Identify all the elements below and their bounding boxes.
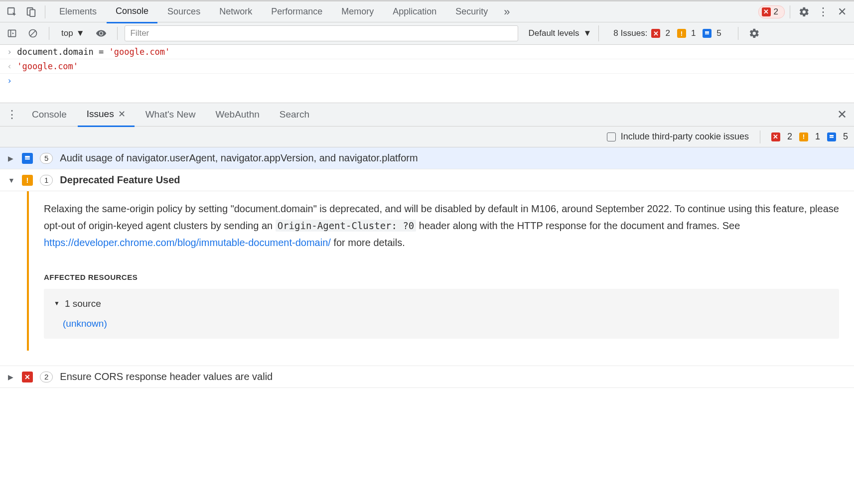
levels-label: Default levels xyxy=(528,28,579,38)
prompt-chevron-icon: › xyxy=(7,76,12,86)
info-icon xyxy=(827,132,836,141)
console-code: document.domain = 'google.com' xyxy=(17,47,170,57)
device-toggle-icon[interactable] xyxy=(22,3,40,21)
learn-more-link[interactable]: https://developer.chrome.com/blog/immuta… xyxy=(44,237,331,248)
svg-rect-3 xyxy=(8,30,16,36)
warning-icon: ! xyxy=(677,29,686,38)
console-output-line: ‹ 'google.com' xyxy=(0,59,854,74)
drawer-tab-webauthn[interactable]: WebAuthn xyxy=(206,103,268,126)
warn-count: 1 xyxy=(815,131,820,142)
drawer-tab-whatsnew[interactable]: What's New xyxy=(137,103,205,126)
tab-elements[interactable]: Elements xyxy=(50,0,106,23)
tab-performance[interactable]: Performance xyxy=(262,0,331,23)
svg-rect-2 xyxy=(30,9,35,16)
info-count: 5 xyxy=(716,28,721,38)
disclosure-triangle-icon[interactable]: ▶ xyxy=(8,373,15,381)
issue-count-badge: 5 xyxy=(40,153,53,164)
drawer-tab-search[interactable]: Search xyxy=(271,103,318,126)
issue-description: Relaxing the same-origin policy by setti… xyxy=(44,200,839,251)
divider xyxy=(45,5,45,18)
log-levels-select[interactable]: Default levels ▼ xyxy=(521,25,599,41)
affected-resources-box: ▼ 1 source (unknown) xyxy=(44,289,839,339)
source-link[interactable]: (unknown) xyxy=(63,316,829,332)
divider xyxy=(49,27,49,40)
toggle-sidebar-icon[interactable] xyxy=(3,24,21,42)
drawer-tab-issues[interactable]: Issues ✕ xyxy=(78,103,135,127)
execution-context-select[interactable]: top ▼ xyxy=(56,28,89,38)
chevron-down-icon: ▼ xyxy=(76,28,85,38)
tab-application[interactable]: Application xyxy=(384,0,445,23)
drawer-kebab-icon[interactable]: ⋮ xyxy=(3,106,21,124)
tab-security[interactable]: Security xyxy=(446,0,497,23)
divider xyxy=(117,27,118,40)
info-icon xyxy=(703,29,712,38)
svg-rect-10 xyxy=(25,157,30,158)
divider xyxy=(738,27,738,40)
kebab-menu-icon[interactable]: ⋮ xyxy=(814,3,832,21)
error-icon: ✕ xyxy=(762,7,771,16)
more-tabs-chevron-icon[interactable]: » xyxy=(498,3,516,21)
issue-detail-panel: Relaxing the same-origin policy by setti… xyxy=(27,191,854,351)
tab-console[interactable]: Console xyxy=(107,1,157,23)
tab-memory[interactable]: Memory xyxy=(332,0,383,23)
devtools-main-tabbar: Elements Console Sources Network Perform… xyxy=(0,0,854,22)
console-prompt[interactable]: › xyxy=(0,74,854,88)
clear-console-icon[interactable] xyxy=(24,24,42,42)
disclosure-triangle-icon[interactable]: ▶ xyxy=(8,154,15,162)
context-label: top xyxy=(61,28,73,38)
console-settings-gear-icon[interactable] xyxy=(745,24,763,42)
tab-network[interactable]: Network xyxy=(210,0,261,23)
console-output: › document.domain = 'google.com' ‹ 'goog… xyxy=(0,45,854,88)
warning-icon: ! xyxy=(22,175,33,186)
token-operator: = xyxy=(94,47,109,57)
output-chevron-icon: ‹ xyxy=(7,61,12,71)
issue-title: Audit usage of navigator.userAgent, navi… xyxy=(60,152,418,164)
drawer-tab-console[interactable]: Console xyxy=(23,103,76,126)
issues-list: ▶ 5 Audit usage of navigator.userAgent, … xyxy=(0,147,854,388)
svg-rect-8 xyxy=(830,136,834,137)
third-party-cookie-checkbox[interactable]: Include third-party cookie issues xyxy=(607,131,749,142)
info-count: 5 xyxy=(843,131,848,142)
issue-row[interactable]: ▼ ! 1 Deprecated Feature Used xyxy=(0,169,854,191)
code-snippet: Origin-Agent-Cluster: ?0 xyxy=(276,220,417,232)
inspect-element-icon[interactable] xyxy=(3,3,21,21)
divider xyxy=(760,130,760,143)
top-error-count: 2 xyxy=(774,7,778,17)
live-expression-eye-icon[interactable] xyxy=(92,24,110,42)
issue-count-badge: 2 xyxy=(40,372,53,382)
issue-title: Deprecated Feature Used xyxy=(60,174,180,186)
checkbox-icon xyxy=(607,132,616,141)
console-filter-input[interactable] xyxy=(125,25,518,41)
source-count-label: 1 source xyxy=(65,296,101,312)
error-count: 2 xyxy=(665,28,670,38)
disclosure-triangle-icon[interactable]: ▼ xyxy=(8,176,15,184)
issue-row[interactable]: ▶ 5 Audit usage of navigator.userAgent, … xyxy=(0,147,854,169)
drawer-tab-issues-label: Issues xyxy=(87,109,114,120)
console-input-line: › document.domain = 'google.com' xyxy=(0,45,854,59)
close-drawer-icon[interactable]: ✕ xyxy=(833,106,851,124)
settings-gear-icon[interactable] xyxy=(795,3,813,21)
issue-row[interactable]: ▶ ✕ 2 Ensure CORS response header values… xyxy=(0,366,854,388)
checkbox-label: Include third-party cookie issues xyxy=(621,131,749,142)
error-icon: ✕ xyxy=(771,132,780,141)
token-string: 'google.com' xyxy=(109,47,170,57)
issue-count-badge: 1 xyxy=(40,175,53,186)
warn-count: 1 xyxy=(691,28,696,38)
source-disclosure[interactable]: ▼ 1 source xyxy=(54,296,829,312)
issues-summary[interactable]: 8 Issues: ✕ 2 ! 1 5 xyxy=(602,27,730,40)
divider xyxy=(790,5,790,18)
close-devtools-icon[interactable]: ✕ xyxy=(833,3,851,21)
issues-toolbar: Include third-party cookie issues ✕ 2 ! … xyxy=(0,126,854,147)
input-chevron-icon: › xyxy=(7,47,12,57)
warning-icon: ! xyxy=(799,132,808,141)
close-tab-icon[interactable]: ✕ xyxy=(118,109,126,120)
tab-sources[interactable]: Sources xyxy=(158,0,209,23)
top-error-count-pill[interactable]: ✕ 2 xyxy=(758,5,785,18)
chevron-down-icon: ▼ xyxy=(583,28,592,38)
affected-resources-label: Affected Resources xyxy=(44,271,839,284)
svg-rect-9 xyxy=(25,156,30,159)
console-toolbar: top ▼ Default levels ▼ 8 Issues: ✕ 2 ! 1… xyxy=(0,22,854,45)
svg-rect-6 xyxy=(705,33,709,33)
drawer-tabbar: ⋮ Console Issues ✕ What's New WebAuthn S… xyxy=(0,103,854,126)
error-icon: ✕ xyxy=(651,29,660,38)
